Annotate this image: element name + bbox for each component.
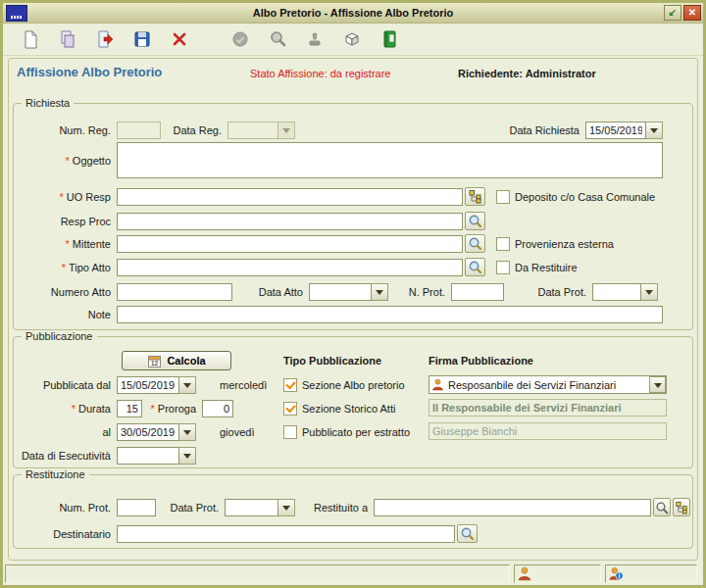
firma-select-value: Resposanbile dei Servizi Finanziari (444, 379, 649, 391)
data-prot-label: Data Prot. (504, 286, 586, 298)
org-tree-icon (468, 189, 482, 204)
durata-input[interactable] (117, 400, 142, 417)
data-reg-dropdown-button (278, 122, 295, 139)
registration-row: Num. Reg. Data Reg. Data Richiesta (16, 121, 690, 139)
data-atto-combo (309, 283, 388, 301)
copies-button[interactable] (338, 26, 366, 52)
exit-button[interactable] (376, 26, 403, 52)
pubblicazione-fieldset: Pubblicazione 12 Calcola Tipo Pubblicazi… (13, 336, 693, 468)
esecutivita-label: Data di Esecutività (16, 450, 111, 462)
da-restituire-checkbox[interactable] (496, 261, 510, 274)
data-prot-combo (592, 283, 658, 301)
sezione-storico-row: Sezione Storico Atti (283, 399, 430, 417)
export-icon (95, 29, 115, 49)
al-combo (117, 423, 196, 441)
data-prot-input[interactable] (592, 283, 641, 301)
sezione-albo-checkbox[interactable] (283, 378, 297, 392)
restituzione-legend: Restituzione (22, 468, 89, 480)
num-reg-input (117, 122, 161, 139)
firma-pubblicazione-heading: Firma Pubblicazione (429, 355, 533, 367)
firma-select-dropdown-button[interactable] (649, 376, 666, 393)
data-prot-dropdown-button[interactable] (641, 283, 658, 301)
toolbar (3, 24, 703, 56)
uo-resp-tree-button[interactable] (465, 187, 485, 206)
durata-row: * Durata * Proroga (16, 399, 280, 417)
search-icon (468, 214, 482, 228)
restituito-a-tree-button[interactable] (673, 498, 690, 516)
provenienza-checkbox[interactable] (496, 237, 510, 251)
delete-icon (170, 29, 189, 49)
sign-button (301, 26, 328, 52)
resp-proc-input[interactable] (117, 213, 463, 230)
export-button[interactable] (91, 26, 119, 52)
deposito-checkbox-label: Deposito c/o Casa Comunale (515, 191, 655, 203)
sezione-albo-row: Sezione Albo pretorio (283, 375, 430, 394)
tipo-pubblicazione-heading: Tipo Pubblicazione (283, 355, 381, 367)
destinatario-search-button[interactable] (457, 524, 478, 543)
provenienza-checkbox-label: Provenienza esterna (515, 238, 614, 250)
pubblicata-dal-dropdown-button[interactable] (179, 376, 196, 394)
delete-button[interactable] (166, 26, 193, 52)
save-button[interactable] (128, 26, 156, 52)
tipo-atto-input[interactable] (117, 259, 463, 276)
copy-document-icon (58, 29, 77, 49)
uo-resp-input[interactable] (117, 188, 463, 206)
resp-proc-search-button[interactable] (465, 212, 485, 230)
mittente-label: * Mittente (16, 238, 111, 250)
esecutivita-input[interactable] (117, 447, 179, 465)
al-dropdown-button[interactable] (179, 423, 196, 441)
firma-select[interactable]: Resposanbile dei Servizi Finanziari (429, 375, 667, 394)
pubblicata-dal-combo (117, 376, 196, 394)
tipo-atto-row: * Tipo Atto Da Restituire (16, 258, 690, 276)
user-icon (518, 566, 532, 581)
tipo-atto-search-button[interactable] (465, 258, 485, 276)
oggetto-textarea[interactable] (117, 142, 663, 178)
destinatario-input[interactable] (117, 525, 455, 543)
sezione-storico-checkbox[interactable] (283, 402, 297, 416)
resp-proc-row: Resp Proc (16, 212, 690, 230)
mittente-input[interactable] (117, 235, 463, 253)
data-reg-label: Data Reg. (161, 124, 222, 136)
restituito-a-search-button[interactable] (653, 498, 671, 516)
data-richiesta-combo (585, 122, 663, 139)
rest-data-prot-dropdown-button[interactable] (278, 499, 295, 516)
data-richiesta-dropdown-button[interactable] (646, 122, 663, 139)
restore-button[interactable]: ↙ (664, 5, 681, 21)
rest-num-prot-input[interactable] (117, 499, 156, 516)
richiesta-fieldset: Richiesta Num. Reg. Data Reg. Data Richi… (13, 103, 693, 330)
rest-data-prot-label: Data Prot. (156, 502, 219, 514)
new-document-button[interactable] (17, 26, 44, 52)
copy-document-button[interactable] (54, 26, 81, 52)
pubblicata-dal-input[interactable] (117, 376, 179, 394)
status-panel-message (5, 564, 510, 583)
data-richiesta-input[interactable] (585, 122, 646, 139)
note-input[interactable] (117, 306, 663, 323)
pubblicato-estratto-checkbox[interactable] (283, 425, 297, 439)
note-row: Note (16, 305, 690, 323)
deposito-checkbox[interactable] (496, 190, 510, 204)
data-atto-input[interactable] (309, 283, 372, 301)
data-atto-dropdown-button[interactable] (372, 283, 388, 301)
close-button[interactable]: ✕ (683, 5, 701, 21)
search-icon (468, 260, 482, 274)
mittente-search-button[interactable] (465, 234, 485, 253)
al-label: al (16, 426, 111, 438)
al-input[interactable] (117, 423, 179, 441)
n-prot-input[interactable] (451, 283, 504, 301)
restituito-a-label: Restituito a (307, 502, 368, 514)
pubblicato-estratto-row: Pubblicato per estratto (283, 422, 430, 441)
pubblicazione-legend: Pubblicazione (22, 330, 97, 342)
numero-atto-input[interactable] (117, 283, 232, 301)
esecutivita-dropdown-button[interactable] (179, 447, 196, 465)
num-reg-label: Num. Reg. (16, 124, 111, 136)
data-atto-label: Data Atto (232, 286, 303, 298)
da-restituire-checkbox-label: Da Restituire (515, 262, 578, 273)
rest-data-prot-input[interactable] (225, 499, 278, 516)
restituito-a-input[interactable] (374, 499, 651, 516)
requester-text: Richiedente: Administrator (458, 68, 596, 79)
calcola-button[interactable]: 12 Calcola (122, 351, 231, 370)
note-label: Note (16, 309, 111, 320)
title-bar: Albo Pretorio - Affissione Albo Pretorio… (3, 3, 703, 24)
durata-label: * Durata (16, 403, 111, 415)
proroga-input[interactable] (202, 400, 233, 417)
